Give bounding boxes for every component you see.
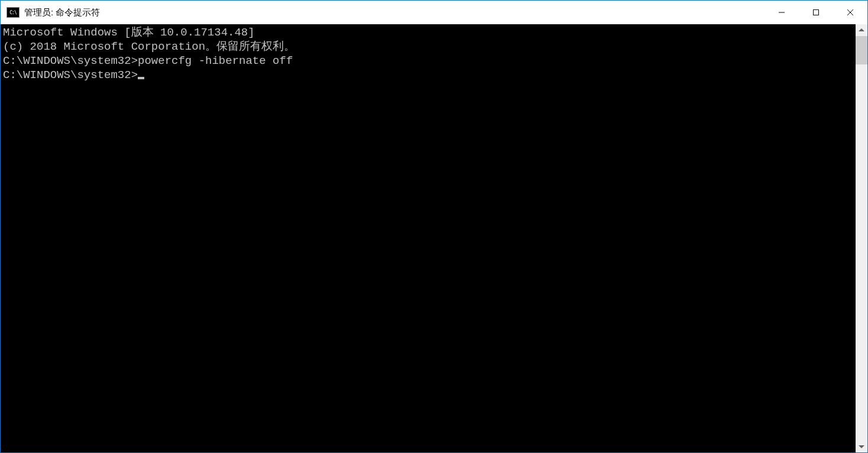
maximize-icon bbox=[812, 9, 820, 16]
terminal-line: (c) 2018 Microsoft Corporation。保留所有权利。 bbox=[3, 40, 853, 54]
scroll-down-arrow[interactable] bbox=[856, 441, 867, 452]
svg-rect-1 bbox=[814, 10, 819, 15]
chevron-down-icon bbox=[859, 445, 864, 448]
titlebar[interactable]: C:\ 管理员: 命令提示符 bbox=[1, 1, 867, 24]
content-area: Microsoft Windows [版本 10.0.17134.48](c) … bbox=[1, 24, 867, 452]
vertical-scrollbar[interactable] bbox=[856, 24, 867, 452]
minimize-button[interactable] bbox=[765, 1, 799, 24]
scroll-track[interactable] bbox=[856, 36, 867, 441]
cmd-icon: C:\ bbox=[7, 7, 20, 18]
close-button[interactable] bbox=[833, 1, 867, 24]
scroll-thumb[interactable] bbox=[856, 36, 867, 64]
terminal-prompt-line: C:\WINDOWS\system32> bbox=[3, 68, 853, 82]
terminal-line: C:\WINDOWS\system32>powercfg -hibernate … bbox=[3, 54, 853, 68]
terminal-prompt: C:\WINDOWS\system32> bbox=[3, 69, 138, 82]
terminal-cursor bbox=[138, 77, 144, 79]
window-title: 管理员: 命令提示符 bbox=[24, 7, 765, 18]
terminal-line: Microsoft Windows [版本 10.0.17134.48] bbox=[3, 25, 853, 40]
maximize-button[interactable] bbox=[799, 1, 833, 24]
command-prompt-window: C:\ 管理员: 命令提示符 Microsoft Windows [版本 bbox=[0, 0, 868, 453]
minimize-icon bbox=[778, 9, 785, 16]
window-controls bbox=[765, 1, 867, 24]
terminal-output[interactable]: Microsoft Windows [版本 10.0.17134.48](c) … bbox=[1, 24, 856, 452]
scroll-up-arrow[interactable] bbox=[856, 24, 867, 36]
close-icon bbox=[847, 9, 854, 16]
chevron-up-icon bbox=[859, 28, 864, 32]
